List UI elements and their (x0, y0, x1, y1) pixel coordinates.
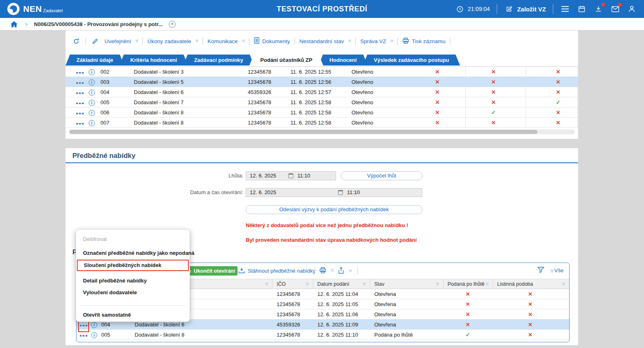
toolbar-nestandardni-stav-menu[interactable]: Nestandardní stav (299, 38, 351, 44)
menu-item-otevrit-samostatne[interactable]: Otevřít samostatně (77, 309, 189, 321)
toolbar-uverejneni-menu[interactable]: Uveřejnění (105, 38, 138, 44)
printer-icon (402, 37, 409, 45)
table-row[interactable]: 005 Dodavatel - školení 8 12345678 12. 6… (76, 330, 569, 340)
info-icon[interactable] (91, 332, 97, 338)
section-title: Předběžné nabídky (65, 148, 578, 163)
filter-dropdown-icon[interactable]: ▽ (306, 282, 309, 286)
header-podana-po-lhute[interactable]: Podaná po lhůtě▽ (443, 279, 493, 289)
breadcrumb-item[interactable]: N006/25/V00005438 - Provozování prodejny… (34, 21, 163, 27)
row-menu-icon[interactable] (76, 88, 84, 98)
tab-kriteria-hodnoceni[interactable]: Kritéria hodnocení (119, 55, 188, 66)
tab-zadavaci-podminky[interactable]: Zadávací podmínky (183, 55, 254, 66)
row-menu-icon[interactable] (76, 108, 84, 118)
opening-time-value[interactable]: 11:10 (347, 188, 360, 197)
cell-ico: 12345678 (277, 309, 300, 320)
downloads-icon[interactable] (594, 4, 603, 14)
cell-number: 004 (100, 87, 109, 97)
filter-dropdown-icon[interactable]: ▽ (265, 282, 268, 286)
row-menu-icon[interactable] (80, 330, 87, 341)
opening-date-value[interactable]: 12. 6. 2025 (250, 188, 276, 197)
view-selector-dropdown[interactable]: ▽ Vše (550, 267, 563, 274)
hamburger-menu-icon[interactable] (560, 4, 570, 14)
table-row[interactable]: 006 Dodavatel - školení 8 12345678 11. 6… (65, 107, 578, 118)
tab-podani-ucastniku-zp[interactable]: Podání účastníků ZP (249, 55, 323, 66)
row-menu-icon[interactable] (76, 68, 84, 78)
export-menu[interactable] (338, 267, 351, 275)
filter-dropdown-icon[interactable]: ▽ (363, 282, 366, 286)
send-invitation-button[interactable]: Odeslání výzvy k podání předběžných nabí… (246, 205, 422, 214)
cell-status: Otevřeno (351, 77, 373, 87)
row-menu-icon[interactable] (76, 98, 84, 108)
info-icon[interactable] (91, 322, 97, 328)
tab-vysledek-zadavaciho-postupu[interactable]: Výsledek zadávacího postupu (363, 55, 460, 66)
calendar-icon[interactable] (338, 190, 343, 195)
header-stav[interactable]: Stav▽ (370, 279, 443, 289)
info-icon[interactable] (89, 69, 95, 75)
flag-1: ✕ (423, 67, 452, 77)
menu-item-slouceni-nabidek[interactable]: Sloučení předběžných nabídek (77, 260, 189, 271)
lhuta-time-value[interactable]: 11:10 (297, 172, 310, 180)
header-listinna-podoba[interactable]: Listinná podoba▽ (493, 279, 569, 289)
filter-icon[interactable] (537, 267, 544, 274)
cell-supplier: Dodavatel - školení 3 (134, 67, 183, 77)
tab-hodnoceni[interactable]: Hodnocení (319, 55, 368, 66)
breadcrumb-chevron: > (25, 21, 28, 27)
column-divider (577, 67, 578, 127)
toolbar-komunikace-menu[interactable]: Komunikace (207, 38, 245, 44)
vypocet-lhut-button[interactable]: Výpočet lhůt (341, 171, 422, 180)
horizontal-scrollbar[interactable] (69, 129, 575, 134)
table-row[interactable]: 004 Dodavatel - školení 6 45359326 11. 6… (65, 87, 578, 97)
stahnout-nabidky-link[interactable]: Stáhnout předběžné nabídky (238, 267, 315, 275)
refresh-icon[interactable] (71, 36, 81, 46)
scrollbar-thumb[interactable] (70, 130, 537, 134)
row-menu-icon[interactable] (76, 118, 84, 129)
create-vz-button[interactable]: Založit VZ (504, 4, 546, 14)
tab-zakladni-udaje[interactable]: Základní údaje (65, 55, 124, 66)
menu-item-oznaceni-nepodana[interactable]: Označení předběžné nabídky jako nepodaná (77, 247, 189, 259)
toolbar-sprava-vz-menu[interactable]: Správa VZ (360, 38, 393, 44)
edit-record-icon[interactable] (90, 36, 100, 46)
header-ico[interactable]: IČO▽ (272, 279, 313, 289)
table-row[interactable]: 005 Dodavatel - školení 7 12345678 11. 6… (65, 97, 578, 107)
flag-podana-po-lhute: ✕ (443, 299, 493, 309)
record-toolbar: Uveřejnění Úkony zadavatele Komunikace D… (71, 35, 573, 48)
lhuta-date-value[interactable]: 12. 6. 2025 (250, 172, 276, 180)
ukoncit-oteviranie-button[interactable]: Ukončit otevírání (183, 266, 238, 276)
row-menu-icon[interactable] (76, 78, 84, 88)
breadcrumb-close-icon[interactable]: ✕ (169, 21, 176, 28)
table-row[interactable]: 002 Dodavatel - školení 3 12345678 11. 6… (65, 67, 578, 77)
calendar-icon[interactable] (577, 4, 587, 14)
header-datum-podani[interactable]: Datum podání▽ (313, 279, 370, 289)
print-menu[interactable] (319, 267, 334, 275)
info-icon[interactable] (89, 100, 95, 106)
user-icon[interactable] (627, 4, 637, 14)
filter-dropdown-icon[interactable]: ▽ (436, 282, 439, 286)
divider (357, 267, 358, 274)
flag-2: ✕ (479, 97, 508, 107)
menu-item-detail-nabidky[interactable]: Detail předběžné nabídky (77, 275, 189, 287)
calendar-icon[interactable] (288, 173, 293, 178)
opening-datetime-field[interactable]: 12. 6. 2025 11:10 (246, 188, 422, 197)
toolbar-dokumenty-link[interactable]: Dokumenty (254, 37, 290, 45)
cell-date: 12. 6. 2025 11:10 (317, 330, 358, 340)
brand[interactable]: NEN Zadavatel (0, 3, 63, 15)
info-icon[interactable] (89, 79, 95, 85)
menu-item-vylouceni-dodavatele[interactable]: Vyloučení dodavatele (77, 287, 189, 298)
info-icon[interactable] (89, 120, 95, 126)
filter-dropdown-icon[interactable]: ▽ (562, 282, 565, 286)
home-icon[interactable] (9, 19, 19, 29)
cell-ico: 12345678 (277, 299, 300, 309)
info-icon[interactable] (89, 110, 95, 116)
mail-icon[interactable] (610, 4, 620, 14)
table-row[interactable]: 007 Dodavatel - školení 8 12345678 11. 6… (65, 118, 578, 128)
filter-dropdown-icon[interactable]: ▽ (486, 282, 489, 286)
cell-supplier: Dodavatel - školení 8 (134, 107, 183, 118)
cell-status: Otevřena (374, 289, 396, 299)
table-row-selected[interactable]: 003 Dodavatel - školení 5 12345678 11. 6… (65, 77, 578, 87)
lhuta-datetime-field[interactable]: 12. 6. 2025 11:10 (246, 171, 336, 180)
toolbar-ukony-zadavatele-menu[interactable]: Úkony zadavatele (147, 38, 198, 44)
row-menu-icon-highlighted[interactable] (80, 320, 87, 330)
nen-logo-icon (7, 3, 20, 15)
info-icon[interactable] (89, 90, 95, 96)
toolbar-tisk-zaznamu-link[interactable]: Tisk záznamu (402, 37, 445, 45)
